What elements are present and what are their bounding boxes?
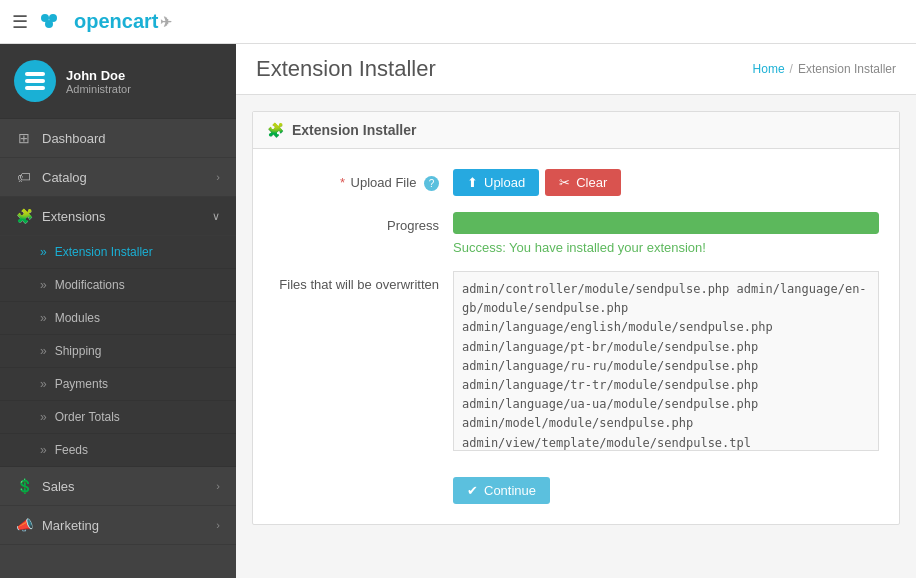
sidebar-item-extension-installer[interactable]: » Extension Installer	[0, 236, 236, 269]
breadcrumb-separator: /	[790, 62, 793, 76]
submenu-label: Order Totals	[55, 410, 120, 424]
continue-button[interactable]: ✔ Continue	[453, 477, 550, 504]
upload-icon: ⬆	[467, 175, 478, 190]
continue-area: ✔ Continue	[273, 467, 879, 504]
bullet-icon: »	[40, 377, 47, 391]
breadcrumb-current: Extension Installer	[798, 62, 896, 76]
progress-label: Progress	[273, 212, 453, 233]
files-group: Files that will be overwritten admin/con…	[273, 271, 879, 451]
sidebar: John Doe Administrator ⊞ Dashboard 🏷 Cat…	[0, 44, 236, 578]
user-role: Administrator	[66, 83, 131, 95]
bullet-icon: »	[40, 278, 47, 292]
bullet-icon: »	[40, 443, 47, 457]
page-header: Extension Installer Home / Extension Ins…	[236, 44, 916, 95]
marketing-icon: 📣	[16, 517, 32, 533]
sidebar-item-dashboard[interactable]: ⊞ Dashboard	[0, 119, 236, 158]
main-layout: John Doe Administrator ⊞ Dashboard 🏷 Cat…	[0, 44, 916, 578]
upload-file-label: * Upload File ?	[273, 169, 453, 191]
content-area: Extension Installer Home / Extension Ins…	[236, 44, 916, 578]
svg-point-2	[45, 20, 53, 28]
sidebar-item-payments[interactable]: » Payments	[0, 368, 236, 401]
sidebar-item-label: Catalog	[42, 170, 87, 185]
submenu-label: Shipping	[55, 344, 102, 358]
sidebar-item-shipping[interactable]: » Shipping	[0, 335, 236, 368]
success-message: Success: You have installed your extensi…	[453, 240, 879, 255]
user-info: John Doe Administrator	[66, 68, 131, 95]
page-title: Extension Installer	[256, 56, 436, 82]
logo: opencart ✈	[40, 10, 172, 34]
upload-actions: ⬆ Upload ✂ Clear	[453, 169, 879, 196]
bullet-icon: »	[40, 311, 47, 325]
scissors-icon: ✂	[559, 175, 570, 190]
files-list[interactable]: admin/controller/module/sendpulse.php ad…	[453, 271, 879, 451]
sidebar-item-modules[interactable]: » Modules	[0, 302, 236, 335]
checkmark-icon: ✔	[467, 483, 478, 498]
continue-btn-label: Continue	[484, 483, 536, 498]
required-star: *	[340, 175, 345, 190]
upload-button[interactable]: ⬆ Upload	[453, 169, 539, 196]
bullet-icon: »	[40, 245, 47, 259]
progress-area: Success: You have installed your extensi…	[453, 212, 879, 255]
bullet-icon: »	[40, 410, 47, 424]
progress-group: Progress Success: You have installed you…	[273, 212, 879, 255]
submenu-label: Modifications	[55, 278, 125, 292]
sidebar-item-order-totals[interactable]: » Order Totals	[0, 401, 236, 434]
chevron-right-icon: ›	[216, 519, 220, 531]
submenu-label: Modules	[55, 311, 100, 325]
sidebar-item-modifications[interactable]: » Modifications	[0, 269, 236, 302]
panel-title: Extension Installer	[292, 122, 416, 138]
sidebar-item-label: Extensions	[42, 209, 106, 224]
sidebar-item-label: Dashboard	[42, 131, 106, 146]
submenu-label: Feeds	[55, 443, 88, 457]
extensions-submenu: » Extension Installer » Modifications » …	[0, 236, 236, 467]
dashboard-icon: ⊞	[16, 130, 32, 146]
sidebar-item-sales[interactable]: 💲 Sales ›	[0, 467, 236, 506]
breadcrumb-home[interactable]: Home	[753, 62, 785, 76]
bullet-icon: »	[40, 344, 47, 358]
hamburger-icon[interactable]: ☰	[12, 11, 28, 33]
user-section: John Doe Administrator	[0, 44, 236, 119]
catalog-icon: 🏷	[16, 169, 32, 185]
progress-bar	[453, 212, 879, 234]
logo-text: opencart	[74, 10, 158, 33]
sidebar-item-label: Sales	[42, 479, 75, 494]
submenu-label: Extension Installer	[55, 245, 153, 259]
panel-icon: 🧩	[267, 122, 284, 138]
top-navbar: ☰ opencart ✈	[0, 0, 916, 44]
sidebar-item-label: Marketing	[42, 518, 99, 533]
chevron-right-icon: ›	[216, 171, 220, 183]
upload-file-group: * Upload File ? ⬆ Upload ✂ Clear	[273, 169, 879, 196]
clear-button[interactable]: ✂ Clear	[545, 169, 621, 196]
panel-heading: 🧩 Extension Installer	[253, 112, 899, 149]
sidebar-item-catalog[interactable]: 🏷 Catalog ›	[0, 158, 236, 197]
sales-icon: 💲	[16, 478, 32, 494]
panel-body: * Upload File ? ⬆ Upload ✂ Clear Progres…	[253, 149, 899, 524]
sidebar-item-marketing[interactable]: 📣 Marketing ›	[0, 506, 236, 545]
chevron-down-icon: ∨	[212, 210, 220, 223]
sidebar-item-extensions[interactable]: 🧩 Extensions ∨	[0, 197, 236, 236]
breadcrumb: Home / Extension Installer	[753, 62, 896, 76]
chevron-right-icon: ›	[216, 480, 220, 492]
upload-label-text: Upload File	[351, 175, 417, 190]
sidebar-item-feeds[interactable]: » Feeds	[0, 434, 236, 467]
cart-icon	[40, 10, 70, 34]
extensions-icon: 🧩	[16, 208, 32, 224]
help-icon[interactable]: ?	[424, 176, 439, 191]
files-label: Files that will be overwritten	[273, 271, 453, 292]
submenu-label: Payments	[55, 377, 108, 391]
progress-bar-fill	[453, 212, 879, 234]
extension-installer-panel: 🧩 Extension Installer * Upload File ? ⬆ …	[252, 111, 900, 525]
files-area: admin/controller/module/sendpulse.php ad…	[453, 271, 879, 451]
avatar	[14, 60, 56, 102]
user-name: John Doe	[66, 68, 131, 83]
